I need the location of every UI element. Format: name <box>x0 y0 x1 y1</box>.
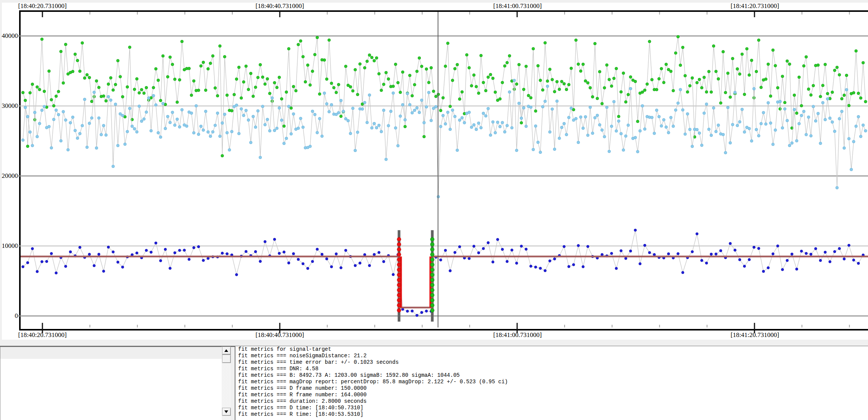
log-line: fit metrics === D frame number: 150.0000 <box>238 385 868 392</box>
log-line: fit metrics === R time: [18:40:53.5310] <box>238 411 868 418</box>
log-line: fit metrics === noiseSigmaDistance: 21.2 <box>238 353 868 359</box>
fit-metrics-log[interactable]: fit metrics for signal-targetfit metrics… <box>235 346 868 420</box>
plot-canvas[interactable] <box>0 0 868 346</box>
log-line: fit metrics === DNR: 4.58 <box>238 366 868 372</box>
lower-left-panel-header <box>0 347 222 359</box>
pyote-light-curve-window: { "colors": { "window_bg": "#f0f0f0", "p… <box>0 0 868 420</box>
down-arrow-icon <box>224 410 228 413</box>
log-line: fit metrics === D time: [18:40:50.7310] <box>238 405 868 411</box>
lower-left-text-panel[interactable] <box>0 347 222 420</box>
scroll-down-button[interactable] <box>222 408 231 416</box>
log-line: fit metrics === B: 8492.73 A: 1203.00 si… <box>238 372 868 379</box>
scroll-up-button[interactable] <box>222 347 231 355</box>
up-arrow-icon <box>224 349 228 352</box>
log-line: fit metrics === duration: 2.8000 seconds <box>238 398 868 405</box>
vertical-scrollbar[interactable] <box>222 347 231 420</box>
log-line: fit metrics === R frame number: 164.0000 <box>238 392 868 398</box>
log-line: fit metrics for signal-target <box>238 346 868 353</box>
log-line: fit metrics === magDrop report: percentD… <box>238 379 868 385</box>
log-line: fit metrics === time error bar: +/- 0.10… <box>238 359 868 366</box>
light-curve-chart-section: [18:40:20.731000][18:40:40.731000][18:41… <box>0 0 868 346</box>
scrollbar-thumb[interactable] <box>222 355 231 363</box>
